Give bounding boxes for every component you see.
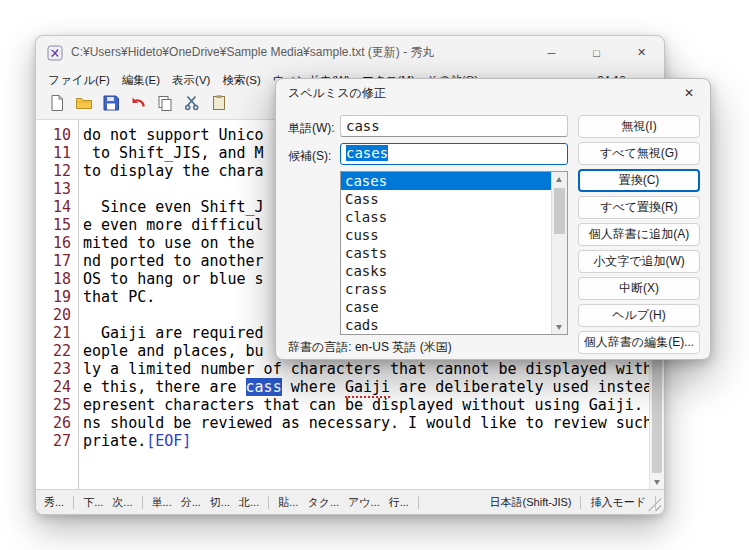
- candidate-item[interactable]: casts: [341, 244, 552, 262]
- abort-button[interactable]: 中断(X): [578, 277, 700, 300]
- open-file-button[interactable]: [72, 93, 96, 117]
- line-number: 13: [36, 180, 71, 198]
- replace-all-button[interactable]: すべて置換(R): [578, 196, 700, 219]
- status-separator: [418, 496, 419, 509]
- copy-button[interactable]: [153, 93, 177, 117]
- add-to-dictionary-button[interactable]: 個人辞書に追加(A): [578, 223, 700, 246]
- word-input[interactable]: cass: [340, 115, 568, 137]
- status-segment[interactable]: 分...: [181, 495, 201, 510]
- candidate-item[interactable]: Cass: [341, 190, 552, 208]
- title-bar: C:¥Users¥Hideto¥OneDrive¥Sample Media¥sa…: [36, 36, 664, 69]
- suggestion-input[interactable]: cases: [340, 143, 568, 165]
- status-separator: [142, 496, 143, 509]
- menu-edit[interactable]: 編集(E): [116, 70, 166, 91]
- candidate-item[interactable]: casks: [341, 262, 552, 280]
- help-button[interactable]: ヘルプ(H): [578, 304, 700, 327]
- line-number: 20: [36, 306, 71, 324]
- down-arrow-icon: [556, 325, 562, 330]
- status-segment[interactable]: 切...: [210, 495, 230, 510]
- copy-icon: [156, 94, 174, 116]
- spell-check-dialog: スペルミスの修正 ✕ 単語(W): cass 候補(S): cases case…: [275, 78, 711, 360]
- eof-marker: [EOF]: [146, 432, 191, 450]
- menu-file[interactable]: ファイル(F): [42, 70, 116, 91]
- status-bar: 秀... 下... 次... 単... 分... 切... 北... 貼... …: [36, 489, 664, 514]
- undo-arrow-icon: [129, 94, 147, 116]
- line-number: 19: [36, 288, 71, 306]
- status-segment[interactable]: タク...: [307, 495, 339, 510]
- line-number: 12: [36, 162, 71, 180]
- save-button[interactable]: [99, 93, 123, 117]
- list-scroll-down-button[interactable]: [552, 320, 566, 334]
- line-number-gutter: 10 11 12 13 14 15 16 17 18 19 20 21 22 2…: [36, 120, 79, 489]
- line-number: 21: [36, 324, 71, 342]
- new-file-button[interactable]: [45, 93, 69, 117]
- app-icon: [47, 45, 63, 61]
- ignore-button[interactable]: 無視(I): [578, 115, 700, 138]
- text-line: ns should be reviewed as necessary. I wo…: [83, 414, 649, 432]
- text-line: ly a limited number of characters that c…: [83, 360, 649, 378]
- cut-button[interactable]: [180, 93, 204, 117]
- status-separator: [268, 496, 269, 509]
- text-line-with-selection: e this, there are cass where Gaiji are d…: [83, 378, 649, 396]
- status-separator: [73, 496, 74, 509]
- menu-view[interactable]: 表示(V): [166, 70, 216, 91]
- scissors-icon: [183, 94, 201, 116]
- down-arrow-icon: [654, 480, 660, 485]
- status-separator: [580, 496, 581, 509]
- list-scrollbar-thumb[interactable]: [554, 188, 565, 234]
- candidate-item[interactable]: cads: [341, 316, 552, 334]
- minimize-button[interactable]: ─: [529, 36, 574, 69]
- candidate-item[interactable]: class: [341, 208, 552, 226]
- candidate-item[interactable]: cuss: [341, 226, 552, 244]
- selected-word: cass: [246, 378, 282, 396]
- add-lowercase-button[interactable]: 小文字で追加(W): [578, 250, 700, 273]
- list-scroll-up-button[interactable]: [552, 172, 566, 186]
- status-segment[interactable]: アウ...: [348, 495, 380, 510]
- dialog-title: スペルミスの修正: [288, 85, 386, 102]
- status-encoding[interactable]: 日本語(Shift-JIS): [490, 495, 572, 510]
- dictionary-language-label: 辞書の言語: en-US 英語 (米国): [288, 339, 452, 356]
- text-line: epresent characters that can be displaye…: [83, 396, 649, 414]
- close-button[interactable]: ✕: [619, 36, 664, 69]
- line-number: 17: [36, 252, 71, 270]
- undo-button[interactable]: [126, 93, 150, 117]
- line-number: 16: [36, 234, 71, 252]
- candidate-item[interactable]: crass: [341, 280, 552, 298]
- line-number: 27: [36, 432, 71, 450]
- replace-button[interactable]: 置換(C): [578, 169, 700, 192]
- line-number: 22: [36, 342, 71, 360]
- line-number: 11: [36, 144, 71, 162]
- dialog-close-button[interactable]: ✕: [672, 81, 706, 105]
- line-number: 15: [36, 216, 71, 234]
- scroll-down-button[interactable]: [650, 475, 664, 489]
- status-segment[interactable]: 北...: [239, 495, 259, 510]
- window-title: C:¥Users¥Hideto¥OneDrive¥Sample Media¥sa…: [71, 44, 434, 61]
- line-number: 24: [36, 378, 71, 396]
- open-folder-icon: [75, 94, 93, 116]
- candidate-item[interactable]: case: [341, 298, 552, 316]
- status-segment[interactable]: 下...: [83, 495, 103, 510]
- line-number: 10: [36, 126, 71, 144]
- edit-personal-dictionary-button[interactable]: 個人辞書の編集(E)...: [578, 331, 700, 354]
- status-segment[interactable]: 次...: [112, 495, 132, 510]
- text-line-with-eof: priate.[EOF]: [83, 432, 649, 450]
- new-file-icon: [48, 94, 66, 116]
- status-segment[interactable]: 行...: [389, 495, 409, 510]
- status-segment-app[interactable]: 秀...: [44, 495, 64, 510]
- candidate-item[interactable]: cases: [341, 172, 552, 190]
- save-icon: [102, 94, 120, 116]
- dialog-title-bar: スペルミスの修正 ✕: [276, 79, 710, 107]
- paste-button[interactable]: [207, 93, 231, 117]
- menu-search[interactable]: 検索(S): [216, 70, 266, 91]
- status-segment[interactable]: 単...: [152, 495, 172, 510]
- list-scrollbar[interactable]: [551, 172, 567, 334]
- line-number: 23: [36, 360, 71, 378]
- ignore-all-button[interactable]: すべて無視(G): [578, 142, 700, 165]
- status-segment[interactable]: 貼...: [278, 495, 298, 510]
- line-number: 25: [36, 396, 71, 414]
- line-number: 26: [36, 414, 71, 432]
- maximize-button[interactable]: □: [574, 36, 619, 69]
- status-insert-mode[interactable]: 挿入モード: [590, 495, 646, 510]
- line-number: 14: [36, 198, 71, 216]
- candidate-list[interactable]: cases Cass class cuss casts casks crass …: [340, 171, 568, 335]
